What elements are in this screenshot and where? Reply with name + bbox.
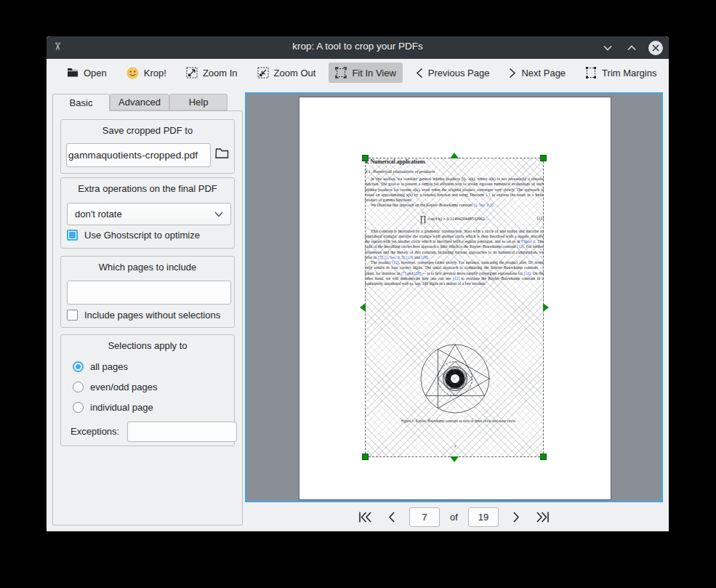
- minimize-button[interactable]: [600, 41, 615, 55]
- tab-basic-label: Basic: [70, 97, 93, 108]
- ghostscript-checkbox[interactable]: [67, 230, 78, 241]
- chevron-right-icon: [512, 511, 520, 523]
- current-page-value: 7: [422, 512, 427, 523]
- extra-group-title: Extra operations on the final PDF: [61, 183, 234, 194]
- selections-group-title: Selections apply to: [61, 340, 234, 351]
- ghostscript-checkbox-row[interactable]: Use Ghostscript to optimize: [67, 230, 200, 241]
- save-group: Save cropped PDF to gammaquotients-cropp…: [60, 119, 235, 174]
- maximize-button[interactable]: [624, 41, 639, 55]
- chevron-down-icon: [214, 212, 223, 217]
- trim-margins-icon: [585, 67, 597, 78]
- previous-page-button[interactable]: Previous Page: [409, 63, 496, 83]
- chevron-right-icon: [509, 68, 516, 78]
- filename-input[interactable]: gammaquotients-cropped.pdf: [66, 143, 211, 167]
- folder-icon: [67, 68, 79, 78]
- rotate-dropdown[interactable]: don't rotate: [67, 203, 231, 225]
- trim-margins-button[interactable]: Trim Margins: [579, 63, 663, 83]
- zoom-in-icon: [186, 67, 198, 78]
- zoom-in-button[interactable]: Zoom In: [180, 63, 244, 83]
- fit-in-view-label: Fit In View: [352, 68, 395, 78]
- last-page-icon: [536, 511, 550, 523]
- radio-even-odd-label: even/odd pages: [90, 382, 158, 392]
- selection-handle-top[interactable]: [450, 153, 459, 158]
- pages-input[interactable]: [68, 281, 230, 304]
- total-pages-field: 19: [468, 507, 499, 527]
- chevron-left-icon: [416, 68, 423, 78]
- ghostscript-label: Use Ghostscript to optimize: [84, 230, 200, 241]
- selection-handle-bottom-left[interactable]: [362, 454, 369, 460]
- previous-page-nav-button[interactable]: [383, 509, 399, 525]
- crop-selection[interactable]: [365, 158, 544, 457]
- close-icon: [652, 44, 659, 52]
- chevron-up-icon: [627, 45, 636, 51]
- pages-group-title: Which pages to include: [61, 262, 234, 273]
- selection-handle-top-right[interactable]: [540, 155, 547, 161]
- chevron-left-icon: [387, 511, 395, 523]
- browse-file-button[interactable]: [215, 148, 229, 162]
- zoom-in-label: Zoom In: [203, 68, 238, 78]
- smiley-icon: [126, 67, 139, 79]
- titlebar[interactable]: ✂ krop: A tool to crop your PDFs: [47, 36, 669, 59]
- close-button[interactable]: [648, 41, 663, 55]
- krop-label: Krop!: [144, 68, 166, 78]
- pdf-viewport[interactable]: 4. Numerical applications 4.1. Numerical…: [245, 92, 663, 502]
- window-title: krop: A tool to crop your PDFs: [47, 41, 669, 52]
- radio-all-pages[interactable]: all pages: [73, 361, 128, 372]
- save-group-title: Save cropped PDF to: [61, 125, 234, 136]
- selection-handle-left[interactable]: [360, 303, 366, 312]
- selections-group: Selections apply to all pages even/odd p…: [60, 334, 235, 446]
- selection-handle-right[interactable]: [543, 303, 549, 312]
- fit-in-view-button[interactable]: Fit In View: [329, 63, 402, 83]
- open-label: Open: [84, 68, 107, 78]
- toolbar: Open Krop! Zoom In Zoom Out Fit In View …: [47, 59, 669, 86]
- include-pages-checkbox[interactable]: [67, 310, 78, 321]
- last-page-button[interactable]: [535, 509, 551, 525]
- trim-margins-label: Trim Margins: [602, 68, 656, 78]
- previous-page-label: Previous Page: [428, 68, 490, 78]
- open-button[interactable]: Open: [60, 63, 113, 83]
- app-window: ✂ krop: A tool to crop your PDFs Open Kr…: [47, 36, 669, 531]
- total-pages-value: 19: [478, 512, 488, 523]
- radio-even-odd-pages[interactable]: even/odd pages: [73, 382, 158, 392]
- radio-all-pages-control[interactable]: [73, 361, 84, 372]
- zoom-out-label: Zoom Out: [274, 68, 316, 78]
- first-page-button[interactable]: [357, 509, 373, 525]
- chevron-down-icon: [603, 45, 612, 51]
- sidebar-panel: Save cropped PDF to gammaquotients-cropp…: [52, 110, 243, 525]
- selection-handle-top-left[interactable]: [362, 155, 369, 161]
- exceptions-input-wrap: [127, 422, 237, 442]
- tab-advanced[interactable]: Advanced: [110, 94, 169, 110]
- folder-open-icon: [215, 148, 229, 159]
- tab-advanced-label: Advanced: [118, 97, 161, 108]
- next-page-button[interactable]: Next Page: [502, 63, 572, 83]
- include-pages-checkbox-row[interactable]: Include pages without selections: [67, 310, 220, 321]
- first-page-icon: [358, 511, 372, 523]
- zoom-out-button[interactable]: Zoom Out: [251, 63, 323, 83]
- selection-handle-bottom-right[interactable]: [540, 454, 547, 460]
- pages-input-wrap: [67, 281, 231, 305]
- next-page-nav-button[interactable]: [509, 509, 525, 525]
- tab-basic[interactable]: Basic: [52, 94, 110, 111]
- next-page-label: Next Page: [521, 68, 566, 78]
- tab-help-label: Help: [189, 97, 209, 108]
- zoom-out-icon: [257, 67, 269, 78]
- exceptions-input[interactable]: [128, 422, 236, 441]
- selection-handle-bottom[interactable]: [450, 456, 459, 462]
- radio-individual-control[interactable]: [73, 402, 84, 413]
- pdf-page[interactable]: 4. Numerical applications 4.1. Numerical…: [299, 97, 611, 500]
- radio-individual-page[interactable]: individual page: [73, 402, 153, 413]
- tab-help[interactable]: Help: [169, 94, 228, 110]
- page-navigation: 7 of 19: [245, 502, 663, 531]
- extra-operations-group: Extra operations on the final PDF don't …: [60, 177, 235, 249]
- radio-even-odd-control[interactable]: [73, 382, 84, 392]
- include-pages-label: Include pages without selections: [84, 310, 220, 321]
- fit-in-view-icon: [335, 67, 347, 78]
- radio-all-pages-label: all pages: [90, 361, 128, 372]
- of-label: of: [450, 512, 458, 523]
- exceptions-label: Exceptions:: [71, 426, 119, 437]
- filename-value: gammaquotients-cropped.pdf: [66, 144, 198, 166]
- current-page-field[interactable]: 7: [409, 507, 440, 527]
- rotate-dropdown-value: don't rotate: [75, 209, 122, 220]
- krop-button[interactable]: Krop!: [120, 63, 173, 84]
- pages-group: Which pages to include Include pages wit…: [60, 256, 235, 328]
